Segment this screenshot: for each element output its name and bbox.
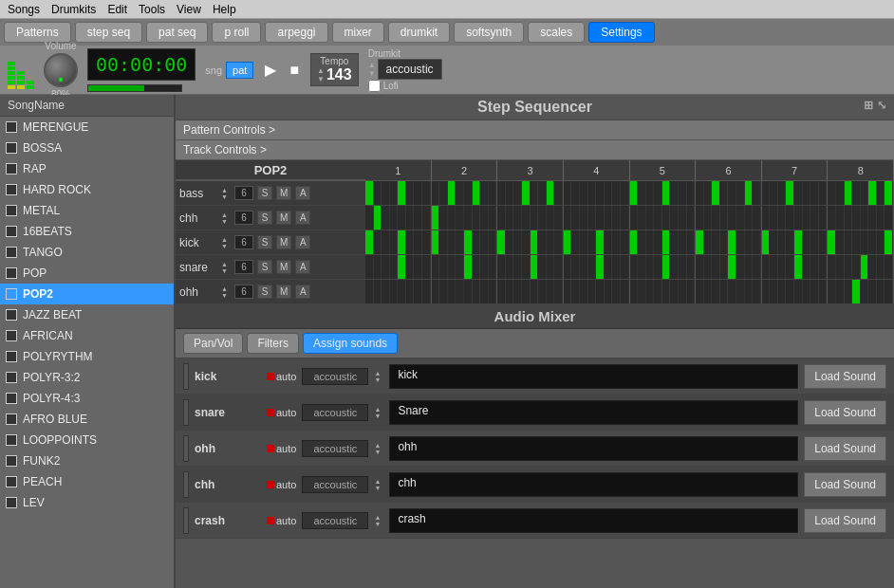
beat-cell-kick-53[interactable] bbox=[803, 230, 811, 254]
beat-cell-chh-56[interactable] bbox=[828, 206, 836, 230]
beat-cell-kick-12[interactable] bbox=[464, 230, 473, 254]
beat-cell-bass-27[interactable] bbox=[588, 181, 597, 205]
beat-cell-snare-1[interactable] bbox=[374, 255, 382, 279]
beat-cell-bass-47[interactable] bbox=[753, 181, 761, 205]
beat-cell-bass-22[interactable] bbox=[547, 181, 555, 205]
beat-cell-snare-31[interactable] bbox=[621, 255, 629, 279]
song-item-2[interactable]: RAP bbox=[0, 158, 174, 179]
beat-cell-snare-41[interactable] bbox=[704, 255, 713, 279]
track-arrows-chh[interactable]: ▲▼ bbox=[221, 211, 231, 225]
beat-cell-chh-24[interactable] bbox=[564, 206, 572, 230]
beat-cell-chh-8[interactable] bbox=[432, 206, 440, 230]
beat-cell-chh-43[interactable] bbox=[720, 206, 729, 230]
beat-cell-snare-4[interactable] bbox=[398, 255, 406, 279]
beat-cell-bass-7[interactable] bbox=[422, 181, 431, 205]
beat-cell-bass-1[interactable] bbox=[374, 181, 382, 205]
beat-cell-kick-17[interactable] bbox=[506, 230, 514, 254]
beat-cell-chh-26[interactable] bbox=[580, 206, 588, 230]
beat-cell-chh-52[interactable] bbox=[794, 206, 803, 230]
beat-cell-ohh-18[interactable] bbox=[513, 280, 522, 303]
beat-cell-chh-47[interactable] bbox=[753, 206, 761, 230]
beat-cell-bass-12[interactable] bbox=[464, 181, 473, 205]
mixer-kit-arrows-snare[interactable]: ▲ ▼ bbox=[374, 406, 383, 419]
beat-cell-kick-21[interactable] bbox=[538, 230, 547, 254]
beat-cell-kick-55[interactable] bbox=[819, 230, 828, 254]
beat-cell-kick-11[interactable] bbox=[456, 230, 464, 254]
song-item-0[interactable]: MERENGUE bbox=[0, 117, 174, 138]
beat-cell-snare-48[interactable] bbox=[762, 255, 771, 279]
song-item-16[interactable]: FUNK2 bbox=[0, 450, 174, 471]
beat-cell-chh-19[interactable] bbox=[522, 206, 531, 230]
beat-cell-kick-56[interactable] bbox=[828, 230, 836, 254]
pattern-controls-bar[interactable]: Pattern Controls > bbox=[176, 120, 894, 140]
beat-cell-bass-29[interactable] bbox=[605, 181, 613, 205]
beat-cell-snare-47[interactable] bbox=[753, 255, 761, 279]
beat-cell-snare-3[interactable] bbox=[390, 255, 399, 279]
beat-cell-chh-33[interactable] bbox=[638, 206, 646, 230]
beat-cell-chh-20[interactable] bbox=[531, 206, 539, 230]
beat-cell-bass-56[interactable] bbox=[828, 181, 836, 205]
mixer-auto-btn-chh[interactable]: auto bbox=[267, 479, 296, 490]
beat-cell-bass-59[interactable] bbox=[852, 181, 861, 205]
beat-cell-bass-35[interactable] bbox=[654, 181, 662, 205]
beat-cell-ohh-3[interactable] bbox=[390, 280, 399, 303]
beat-cell-chh-14[interactable] bbox=[480, 206, 489, 230]
beat-cell-kick-59[interactable] bbox=[852, 230, 861, 254]
track-m-btn-kick[interactable]: M bbox=[276, 235, 291, 249]
beat-cell-ohh-57[interactable] bbox=[836, 280, 845, 303]
beat-cell-bass-14[interactable] bbox=[480, 181, 489, 205]
beat-cell-kick-57[interactable] bbox=[836, 230, 845, 254]
beat-cell-bass-16[interactable] bbox=[497, 181, 506, 205]
beat-cell-chh-55[interactable] bbox=[819, 206, 828, 230]
beat-cell-snare-63[interactable] bbox=[885, 255, 893, 279]
tempo-down-icon[interactable]: ▼ bbox=[317, 75, 325, 83]
beat-cell-ohh-49[interactable] bbox=[770, 280, 778, 303]
beat-cell-kick-0[interactable] bbox=[365, 230, 374, 254]
beat-cell-snare-51[interactable] bbox=[786, 255, 794, 279]
beat-cell-bass-8[interactable] bbox=[432, 181, 440, 205]
track-m-btn-chh[interactable]: M bbox=[276, 211, 291, 225]
beat-cell-snare-15[interactable] bbox=[489, 255, 497, 279]
beat-cell-snare-54[interactable] bbox=[810, 255, 819, 279]
song-item-1[interactable]: BOSSA bbox=[0, 138, 174, 158]
beat-cell-chh-31[interactable] bbox=[621, 206, 629, 230]
beat-cell-bass-41[interactable] bbox=[704, 181, 713, 205]
beat-cell-bass-28[interactable] bbox=[596, 181, 605, 205]
beat-cell-ohh-19[interactable] bbox=[522, 280, 531, 303]
beat-cell-ohh-6[interactable] bbox=[414, 280, 422, 303]
beat-cell-snare-20[interactable] bbox=[531, 255, 539, 279]
track-arrows-kick[interactable]: ▲▼ bbox=[221, 236, 231, 249]
beat-cell-ohh-21[interactable] bbox=[538, 280, 547, 303]
beat-cell-bass-21[interactable] bbox=[538, 181, 547, 205]
play-button[interactable]: ▶ bbox=[263, 59, 278, 81]
beat-cell-chh-49[interactable] bbox=[770, 206, 778, 230]
beat-cell-ohh-47[interactable] bbox=[753, 280, 761, 303]
beat-cell-kick-60[interactable] bbox=[861, 230, 869, 254]
load-sound-btn-chh[interactable]: Load Sound bbox=[804, 472, 886, 497]
beat-cell-kick-6[interactable] bbox=[414, 230, 422, 254]
beat-cell-snare-57[interactable] bbox=[836, 255, 845, 279]
beat-cell-ohh-5[interactable] bbox=[406, 280, 415, 303]
beat-cell-chh-37[interactable] bbox=[670, 206, 679, 230]
beat-cell-snare-18[interactable] bbox=[513, 255, 522, 279]
beat-cell-snare-5[interactable] bbox=[406, 255, 415, 279]
load-sound-btn-kick[interactable]: Load Sound bbox=[804, 364, 886, 389]
beat-cell-kick-42[interactable] bbox=[712, 230, 720, 254]
nav-tab-scales[interactable]: scales bbox=[528, 22, 585, 43]
menu-tools[interactable]: Tools bbox=[139, 3, 165, 16]
load-sound-btn-crash[interactable]: Load Sound bbox=[804, 508, 886, 533]
beat-cell-chh-32[interactable] bbox=[630, 206, 639, 230]
track-a-btn-kick[interactable]: A bbox=[295, 235, 310, 249]
beat-cell-chh-35[interactable] bbox=[654, 206, 662, 230]
beat-cell-kick-46[interactable] bbox=[745, 230, 754, 254]
beat-cell-snare-13[interactable] bbox=[473, 255, 481, 279]
beat-cell-chh-23[interactable] bbox=[554, 206, 563, 230]
beat-cell-snare-37[interactable] bbox=[670, 255, 679, 279]
beat-cell-kick-1[interactable] bbox=[374, 230, 382, 254]
beat-cell-kick-36[interactable] bbox=[662, 230, 671, 254]
menu-view[interactable]: View bbox=[177, 3, 201, 16]
beat-cell-ohh-10[interactable] bbox=[448, 280, 456, 303]
beat-cell-kick-19[interactable] bbox=[522, 230, 531, 254]
beat-cell-ohh-63[interactable] bbox=[885, 280, 893, 303]
beat-cell-chh-60[interactable] bbox=[861, 206, 869, 230]
